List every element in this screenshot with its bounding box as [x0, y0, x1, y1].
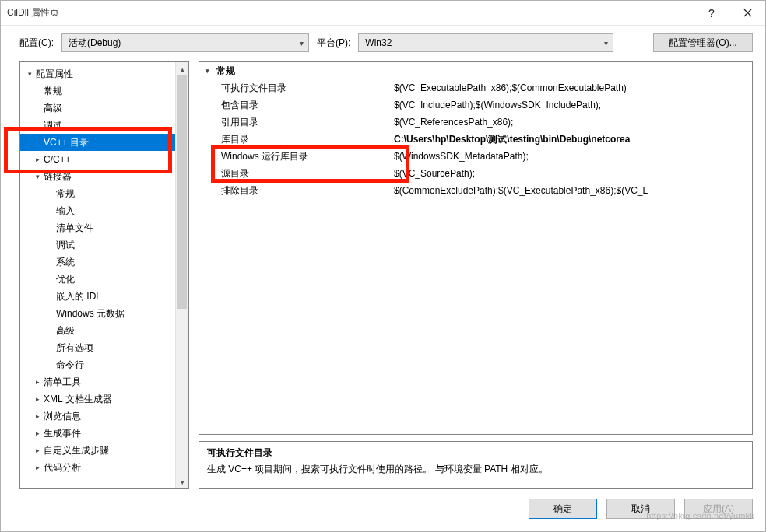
tree-item-codeanalysis[interactable]: ▸代码分析	[20, 459, 175, 476]
expander-icon: ▾	[25, 70, 34, 78]
tree-item-advanced[interactable]: 高级	[20, 100, 175, 117]
configuration-manager-button[interactable]: 配置管理器(O)...	[653, 33, 753, 52]
categories-tree-panel: ▾配置属性 常规 高级 调试 VC++ 目录 ▸C/C++ ▾链接器 常规 输入…	[19, 61, 189, 489]
description-text: 生成 VC++ 项目期间，搜索可执行文件时使用的路径。 与环境变量 PATH 相…	[207, 463, 744, 476]
platform-combobox[interactable]: Win32 ▾	[358, 33, 613, 52]
tree-item-xmldocgen[interactable]: ▸XML 文档生成器	[20, 390, 175, 408]
prop-reference-dirs[interactable]: 引用目录$(VC_ReferencesPath_x86);	[199, 114, 752, 131]
categories-tree[interactable]: ▾配置属性 常规 高级 调试 VC++ 目录 ▸C/C++ ▾链接器 常规 输入…	[20, 62, 175, 488]
description-panel: 可执行文件目录 生成 VC++ 项目期间，搜索可执行文件时使用的路径。 与环境变…	[199, 441, 753, 489]
tree-item-browseinfo[interactable]: ▸浏览信息	[20, 408, 175, 425]
expander-icon: ▸	[33, 156, 42, 163]
scroll-track[interactable]	[176, 75, 188, 475]
ok-button[interactable]: 确定	[529, 499, 597, 519]
chevron-down-icon: ▾	[604, 39, 608, 47]
expander-icon: ▸	[33, 395, 42, 403]
prop-source-dirs[interactable]: 源目录$(VC_SourcePath);	[199, 165, 752, 182]
titlebar: CilDll 属性页 ?	[1, 1, 765, 26]
tree-item-linker-embed-idl[interactable]: 嵌入的 IDL	[20, 288, 175, 305]
tree-item-manifest-tool[interactable]: ▸清单工具	[20, 373, 175, 390]
properties-grid: ▾ 常规 可执行文件目录$(VC_ExecutablePath_x86);$(C…	[199, 61, 753, 435]
tree-item-linker-system[interactable]: 系统	[20, 254, 175, 271]
expander-icon: ▸	[33, 412, 42, 420]
expander-icon: ▸	[33, 446, 42, 454]
expander-icon: ▸	[33, 464, 42, 471]
help-button[interactable]: ?	[694, 1, 729, 26]
tree-scrollbar[interactable]: ▴ ▾	[175, 62, 188, 488]
tree-item-debugging[interactable]: 调试	[20, 117, 175, 134]
properties-panel: ▾ 常规 可执行文件目录$(VC_ExecutablePath_x86);$(C…	[199, 61, 753, 489]
dialog-buttons: 确定 取消 应用(A)	[1, 494, 765, 531]
tree-item-general[interactable]: 常规	[20, 82, 175, 100]
tree-item-linker-alloptions[interactable]: 所有选项	[20, 339, 175, 356]
close-icon	[743, 9, 752, 17]
tree-item-config-props[interactable]: ▾配置属性	[20, 65, 175, 82]
tree-item-linker-optimize[interactable]: 优化	[20, 271, 175, 288]
platform-value: Win32	[365, 37, 392, 48]
scroll-thumb[interactable]	[177, 75, 187, 309]
cancel-button[interactable]: 取消	[606, 499, 675, 519]
platform-label: 平台(P):	[317, 37, 350, 50]
grid-section-header[interactable]: ▾ 常规	[199, 62, 752, 79]
expander-icon: ▸	[33, 378, 42, 386]
tree-item-linker-manifest[interactable]: 清单文件	[20, 219, 175, 236]
tree-item-linker-winmd[interactable]: Windows 元数据	[20, 305, 175, 322]
expander-icon: ▾	[33, 173, 42, 180]
prop-winrt-dirs[interactable]: Windows 运行库目录$(WindowsSDK_MetadataPath);	[199, 148, 752, 165]
tree-item-custombuild[interactable]: ▸自定义生成步骤	[20, 442, 175, 459]
scroll-up-icon[interactable]: ▴	[176, 62, 188, 75]
tree-item-linker-general[interactable]: 常规	[20, 185, 175, 202]
close-button[interactable]	[729, 1, 765, 26]
prop-include-dirs[interactable]: 包含目录$(VC_IncludePath);$(WindowsSDK_Inclu…	[199, 96, 752, 114]
tree-item-linker-advanced[interactable]: 高级	[20, 322, 175, 339]
configuration-combobox[interactable]: 活动(Debug) ▾	[61, 33, 309, 52]
tree-item-linker[interactable]: ▾链接器	[20, 168, 175, 185]
tree-item-linker-input[interactable]: 输入	[20, 202, 175, 219]
chevron-down-icon: ▾	[300, 39, 304, 47]
expander-icon: ▸	[33, 429, 42, 437]
configuration-label: 配置(C):	[19, 37, 54, 50]
window-title: CilDll 属性页	[7, 6, 694, 19]
description-title: 可执行文件目录	[207, 446, 744, 460]
apply-button[interactable]: 应用(A)	[684, 499, 753, 519]
expander-icon: ▾	[206, 67, 216, 75]
tree-item-buildevents[interactable]: ▸生成事件	[20, 425, 175, 442]
tree-item-ccpp[interactable]: ▸C/C++	[20, 151, 175, 168]
property-pages-dialog: CilDll 属性页 ? 配置(C): 活动(Debug) ▾ 平台(P): W…	[0, 0, 766, 532]
dialog-body: ▾配置属性 常规 高级 调试 VC++ 目录 ▸C/C++ ▾链接器 常规 输入…	[1, 57, 765, 494]
configuration-value: 活动(Debug)	[69, 37, 121, 50]
scroll-down-icon[interactable]: ▾	[176, 475, 188, 488]
config-platform-row: 配置(C): 活动(Debug) ▾ 平台(P): Win32 ▾ 配置管理器(…	[1, 26, 765, 57]
prop-exec-dirs[interactable]: 可执行文件目录$(VC_ExecutablePath_x86);$(Common…	[199, 79, 752, 96]
tree-item-linker-cmdline[interactable]: 命令行	[20, 356, 175, 373]
prop-exclude-dirs[interactable]: 排除目录$(CommonExcludePath);$(VC_Executable…	[199, 182, 752, 199]
tree-item-vcpp-dirs[interactable]: VC++ 目录	[20, 134, 175, 151]
tree-item-linker-debug[interactable]: 调试	[20, 236, 175, 254]
prop-library-dirs[interactable]: 库目录C:\Users\hp\Desktop\测试\testing\bin\De…	[199, 131, 752, 148]
